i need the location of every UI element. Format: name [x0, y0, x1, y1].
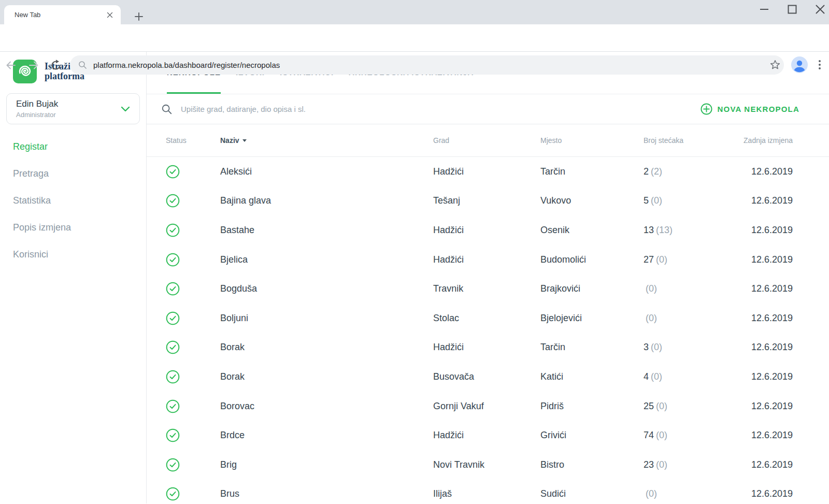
- chevron-down-icon: [121, 106, 130, 112]
- cell-naziv: Borak: [220, 371, 433, 382]
- status-verified-icon: [166, 458, 180, 472]
- browser-tabstrip: New Tab: [0, 0, 829, 24]
- window-maximize-icon[interactable]: [784, 2, 800, 17]
- table-row[interactable]: Borak Hadžići Tarčin 3(0) 12.6.2019: [147, 333, 829, 363]
- sidebar-item[interactable]: Popis izmjena: [0, 214, 146, 241]
- table-row[interactable]: Bjelica Hadžići Budomolići 27(0) 12.6.20…: [147, 245, 829, 275]
- cell-grad: Tešanj: [433, 195, 540, 206]
- cell-zadnja-izmjena: 12.6.2019: [721, 313, 793, 324]
- forward-icon[interactable]: [27, 59, 40, 72]
- cell-zadnja-izmjena: 12.6.2019: [721, 459, 793, 470]
- status-verified-icon: [166, 340, 180, 354]
- cell-broj-stecaka: 4(0): [644, 371, 721, 382]
- table-row[interactable]: Aleksići Hadžići Tarčin 2(2) 12.6.2019: [147, 157, 829, 186]
- table-row[interactable]: Bogduša Travnik Brajkovići (0) 12.6.2019: [147, 274, 829, 304]
- new-tab-icon[interactable]: [132, 9, 146, 24]
- cell-zadnja-izmjena: 12.6.2019: [721, 430, 793, 441]
- browser-tab[interactable]: New Tab: [4, 5, 121, 24]
- cell-naziv: Brdce: [220, 430, 433, 441]
- cell-zadnja-izmjena: 12.6.2019: [721, 488, 793, 499]
- cell-broj-stecaka: 5(0): [644, 195, 721, 206]
- table-row[interactable]: Borak Busovača Katići 4(0) 12.6.2019: [147, 362, 829, 392]
- col-header-broj-stecaka: Broj stećaka: [644, 136, 721, 145]
- cell-zadnja-izmjena: 12.6.2019: [721, 401, 793, 412]
- cell-mjesto: Pidriš: [540, 401, 644, 412]
- status-verified-icon: [166, 487, 180, 501]
- search-icon: [161, 104, 173, 115]
- cell-mjesto: Bistro: [540, 459, 644, 470]
- tab-close-icon[interactable]: [105, 10, 115, 20]
- cell-naziv: Bajina glava: [220, 195, 433, 206]
- browser-menu-icon[interactable]: [815, 57, 824, 72]
- cell-broj-stecaka: 2(2): [644, 166, 721, 177]
- cell-mjesto: Brajkovići: [540, 283, 644, 294]
- sidebar-item[interactable]: Statistika: [0, 187, 146, 214]
- cell-zadnja-izmjena: 12.6.2019: [721, 283, 793, 294]
- table-row[interactable]: Bastahe Hadžići Osenik 13(13) 12.6.2019: [147, 215, 829, 245]
- table-header: Status Naziv Grad Mjesto Broj stećaka Za…: [147, 124, 829, 157]
- cell-broj-stecaka: 13(13): [644, 225, 721, 236]
- table-body: Aleksići Hadžići Tarčin 2(2) 12.6.2019: [147, 157, 829, 503]
- cell-mjesto: Sudići: [540, 488, 644, 499]
- cell-zadnja-izmjena: 12.6.2019: [721, 371, 793, 382]
- plus-circle-icon: [701, 103, 712, 115]
- window-close-icon[interactable]: [812, 2, 828, 17]
- cell-naziv: Boljuni: [220, 313, 433, 324]
- cell-broj-stecaka: 25(0): [644, 401, 721, 412]
- status-verified-icon: [166, 370, 180, 384]
- table-row[interactable]: Boljuni Stolac Bjelojevići (0) 12.6.2019: [147, 304, 829, 333]
- user-role: Administrator: [16, 111, 121, 119]
- cell-broj-stecaka: (0): [644, 488, 721, 499]
- cell-zadnja-izmjena: 12.6.2019: [721, 166, 793, 177]
- bookmark-star-icon[interactable]: [769, 59, 782, 72]
- browser-tab-title: New Tab: [15, 11, 105, 19]
- cell-grad: Novi Travnik: [433, 459, 540, 470]
- sidebar-item[interactable]: Korisnici: [0, 241, 146, 268]
- table-row[interactable]: Brig Novi Travnik Bistro 23(0) 12.6.2019: [147, 450, 829, 480]
- cell-grad: Hadžići: [433, 430, 540, 441]
- url-bar[interactable]: platforma.nekropola.ba/dashboard/registe…: [70, 55, 784, 75]
- cell-broj-stecaka: 23(0): [644, 459, 721, 470]
- user-name: Edin Bujak: [16, 99, 121, 109]
- user-dropdown[interactable]: Edin Bujak Administrator: [6, 93, 140, 124]
- status-verified-icon: [166, 223, 180, 237]
- cell-mjesto: Tarčin: [540, 166, 644, 177]
- table-row[interactable]: Brus Ilijaš Sudići (0) 12.6.2019: [147, 480, 829, 503]
- col-header-naziv[interactable]: Naziv: [220, 136, 433, 145]
- table-row[interactable]: Borovac Gornji Vakuf Pidriš 25(0) 12.6.2…: [147, 392, 829, 421]
- new-necropolis-button[interactable]: NOVA NEKROPOLA: [701, 103, 799, 115]
- back-icon[interactable]: [4, 59, 18, 72]
- cell-grad: Busovača: [433, 371, 540, 382]
- window-minimize-icon[interactable]: [756, 2, 772, 17]
- cell-zadnja-izmjena: 12.6.2019: [721, 342, 793, 353]
- cell-grad: Gornji Vakuf: [433, 401, 540, 412]
- reload-icon[interactable]: [49, 59, 63, 72]
- sidebar-item[interactable]: Registar: [0, 133, 146, 160]
- status-verified-icon: [166, 399, 180, 413]
- col-header-status: Status: [166, 136, 220, 145]
- cell-broj-stecaka: (0): [644, 313, 721, 324]
- col-header-grad: Grad: [433, 136, 540, 145]
- cell-grad: Hadžići: [433, 225, 540, 236]
- cell-naziv: Bastahe: [220, 225, 433, 236]
- sidebar: Istraživačka platforma Edin Bujak Admini…: [0, 52, 147, 503]
- table-row[interactable]: Bajina glava Tešanj Vukovo 5(0) 12.6.201…: [147, 186, 829, 216]
- cell-mjesto: Katići: [540, 371, 644, 382]
- cell-mjesto: Osenik: [540, 225, 644, 236]
- status-verified-icon: [166, 282, 180, 296]
- cell-grad: Stolac: [433, 313, 540, 324]
- table-row[interactable]: Brdce Hadžići Grivići 74(0) 12.6.2019: [147, 421, 829, 450]
- browser-avatar[interactable]: [791, 56, 808, 73]
- cell-grad: Ilijaš: [433, 488, 540, 499]
- browser-toolbar: platforma.nekropola.ba/dashboard/registe…: [0, 24, 829, 52]
- cell-zadnja-izmjena: 12.6.2019: [721, 254, 793, 265]
- cell-naziv: Borak: [220, 342, 433, 353]
- cell-mjesto: Bjelojevići: [540, 313, 644, 324]
- search-input[interactable]: [181, 105, 701, 113]
- cell-naziv: Aleksići: [220, 166, 433, 177]
- cell-grad: Travnik: [433, 283, 540, 294]
- cell-naziv: Borovac: [220, 401, 433, 412]
- search-row: NOVA NEKROPOLA: [147, 94, 829, 124]
- url-search-icon: [78, 61, 87, 69]
- sidebar-item[interactable]: Pretraga: [0, 160, 146, 187]
